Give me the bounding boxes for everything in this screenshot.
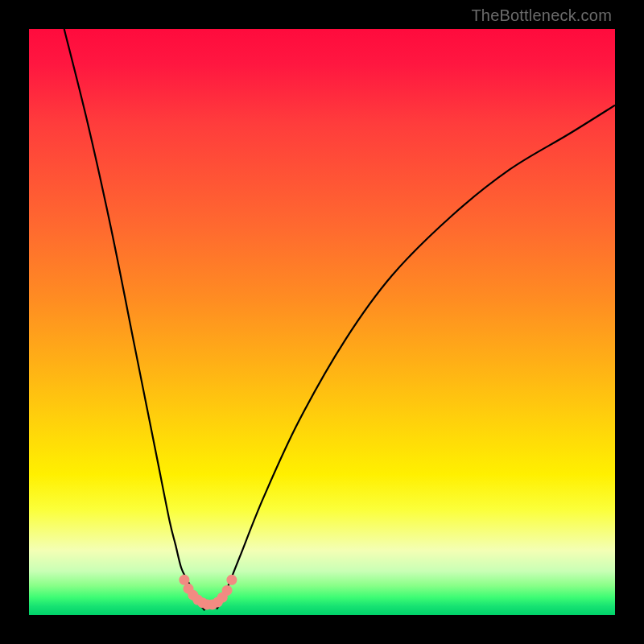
chart-frame: TheBottleneck.com <box>0 0 644 644</box>
curve-right-branch <box>217 105 615 609</box>
curve-left-branch <box>64 29 205 610</box>
plot-area <box>29 29 615 615</box>
watermark-text: TheBottleneck.com <box>471 6 612 25</box>
trough-dot <box>222 585 233 596</box>
trough-dots <box>179 575 237 610</box>
trough-dot <box>226 575 237 585</box>
curve-layer <box>29 29 615 615</box>
